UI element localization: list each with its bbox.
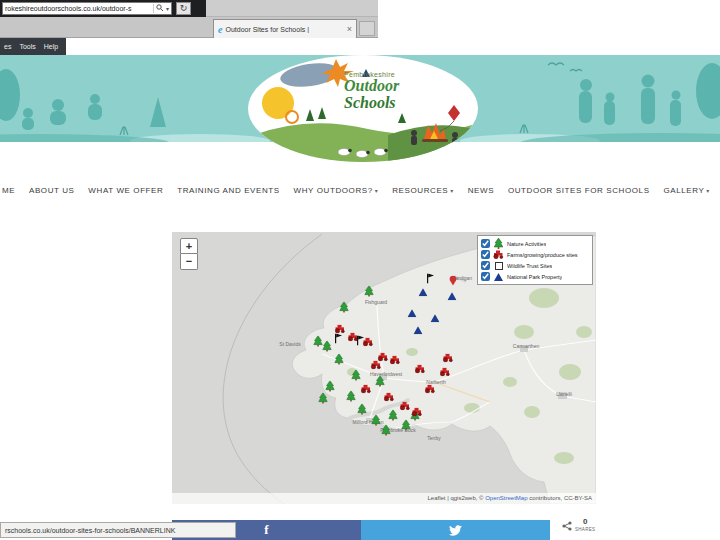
map-marker-tree[interactable]	[323, 341, 332, 352]
facebook-icon: f	[264, 522, 268, 538]
map-marker-tractor[interactable]	[363, 337, 374, 346]
map-legend: Nature ActivitiesFarms/growing/produce s…	[477, 235, 593, 285]
close-icon[interactable]: ×	[347, 24, 352, 34]
menu-item-tools[interactable]: Tools	[19, 43, 35, 50]
map-marker-tree[interactable]	[352, 370, 361, 381]
nav-item-why-outdoors-[interactable]: WHY OUTDOORS?▾	[294, 186, 379, 195]
map-marker-park[interactable]	[408, 309, 417, 317]
address-url: rokeshireoutdoorschools.co.uk/outdoor-s	[5, 5, 131, 12]
map-marker-tractor[interactable]	[384, 392, 395, 401]
menu-item-es[interactable]: es	[4, 43, 11, 50]
share-count: 0 SHARES	[575, 518, 595, 532]
map-marker-tree[interactable]	[347, 391, 356, 402]
legend-label: Wildlife Trust Sites	[507, 263, 552, 269]
legend-checkbox[interactable]	[481, 272, 490, 281]
map-marker-tree[interactable]	[376, 376, 385, 387]
twitter-share-button[interactable]	[361, 520, 550, 540]
square-icon	[493, 262, 504, 270]
map-marker-tractor[interactable]	[415, 364, 426, 373]
site-logo: Pembrokeshire Outdoor Schools	[248, 55, 478, 162]
map-marker-tractor[interactable]	[425, 384, 436, 393]
tree-icon	[493, 238, 504, 249]
tractor-icon	[493, 250, 504, 259]
refresh-button[interactable]: ↻	[176, 2, 191, 15]
nav-item-gallery[interactable]: GALLERY▾	[663, 186, 710, 195]
legend-checkbox[interactable]	[481, 261, 490, 270]
menu-bar: esToolsHelp	[0, 38, 66, 55]
map-marker-tree[interactable]	[335, 354, 344, 365]
share-icon[interactable]	[562, 521, 572, 531]
leaflet-map[interactable]: St DavidsFishguardCardiganHaverfordwestN…	[172, 232, 596, 504]
map-marker-tree[interactable]	[314, 336, 323, 347]
map-marker-park[interactable]	[448, 292, 457, 300]
zoom-in-button[interactable]: +	[180, 238, 198, 254]
map-marker-flag[interactable]	[334, 334, 342, 344]
nav-item-news[interactable]: NEWS	[468, 186, 494, 195]
map-marker-park[interactable]	[431, 314, 440, 322]
logo-text: Pembrokeshire Outdoor Schools	[344, 71, 462, 112]
share-count-label: SHARES	[575, 527, 595, 532]
nav-item-about-us[interactable]: ABOUT US	[29, 186, 75, 195]
chrome-filler	[206, 0, 378, 17]
legend-label: National Park Property	[507, 274, 562, 280]
nav-item-me[interactable]: ME	[2, 186, 15, 195]
map-marker-tractor[interactable]	[390, 355, 401, 364]
browser-tab[interactable]: e Outdoor Sites for Schools | ×	[213, 19, 357, 38]
chevron-down-icon[interactable]: ▾	[166, 5, 169, 12]
logo-line3: Schools	[344, 95, 462, 112]
map-marker-tree[interactable]	[326, 381, 335, 392]
attribution-prefix: Leaflet | qgis2web, ©	[427, 495, 485, 501]
nav-item-what-we-offer[interactable]: WHAT WE OFFER	[88, 186, 163, 195]
logo-line2: Outdoor	[344, 78, 462, 95]
map-marker-tree[interactable]	[389, 410, 398, 421]
legend-label: Farms/growing/produce sites	[507, 252, 578, 258]
map-marker-tractor[interactable]	[371, 360, 382, 369]
map-marker-tractor[interactable]	[361, 384, 372, 393]
map-marker-tractor[interactable]	[335, 324, 346, 333]
chevron-down-icon: ▾	[375, 188, 379, 194]
zoom-out-button[interactable]: −	[180, 254, 198, 270]
legend-checkbox[interactable]	[481, 239, 490, 248]
legend-row: National Park Property	[481, 271, 589, 282]
map-marker-tree[interactable]	[402, 420, 411, 431]
map-marker-tractor[interactable]	[412, 407, 423, 416]
map-marker-park[interactable]	[419, 288, 428, 296]
map-marker-tree[interactable]	[372, 415, 381, 426]
map-marker-tractor[interactable]	[443, 353, 454, 362]
map-marker-tree[interactable]	[365, 286, 374, 297]
legend-checkbox[interactable]	[481, 250, 490, 259]
new-tab-button[interactable]	[359, 21, 375, 36]
ie-icon: e	[218, 24, 222, 35]
nav-item-resources[interactable]: RESOURCES▾	[392, 186, 454, 195]
share-count-number: 0	[575, 518, 595, 527]
attribution-suffix: contributors, CC-BY-SA	[528, 495, 592, 501]
address-bar: rokeshireoutdoorschools.co.uk/outdoor-s …	[0, 0, 206, 17]
address-input[interactable]: rokeshireoutdoorschools.co.uk/outdoor-s …	[2, 2, 172, 15]
chevron-down-icon: ▾	[706, 188, 710, 194]
map-marker-park[interactable]	[414, 326, 423, 334]
search-icon[interactable]	[156, 4, 164, 13]
attribution-link[interactable]: OpenStreetMap	[485, 495, 527, 501]
legend-row: Wildlife Trust Sites	[481, 260, 589, 271]
legend-row: Farms/growing/produce sites	[481, 249, 589, 260]
park-icon	[493, 273, 504, 281]
map-marker-flag[interactable]	[356, 336, 364, 346]
map-marker-tree[interactable]	[340, 302, 349, 313]
map-marker-tractor[interactable]	[440, 367, 451, 376]
address-icons: ▾	[153, 4, 169, 13]
map-marker-tree[interactable]	[382, 425, 391, 436]
nav-item-training-and-events[interactable]: TRAINING AND EVENTS	[177, 186, 280, 195]
menu-item-help[interactable]: Help	[44, 43, 58, 50]
chevron-down-icon: ▾	[450, 188, 454, 194]
map-marker-tractor[interactable]	[400, 401, 411, 410]
map-marker-tree[interactable]	[319, 393, 328, 404]
map-marker-flag[interactable]	[426, 274, 434, 284]
map-marker-pin[interactable]	[449, 276, 457, 286]
main-nav: MEABOUT USWHAT WE OFFERTRAINING AND EVEN…	[0, 180, 720, 200]
browser-window: rokeshireoutdoorschools.co.uk/outdoor-s …	[0, 0, 720, 540]
legend-row: Nature Activities	[481, 238, 589, 249]
zoom-control: + −	[180, 238, 198, 270]
map-marker-tree[interactable]	[358, 404, 367, 415]
nav-item-outdoor-sites-for-schools[interactable]: OUTDOOR SITES FOR SCHOOLS	[508, 186, 650, 195]
status-url-text: rschools.co.uk/outdoor-sites-for-schools…	[5, 527, 175, 534]
